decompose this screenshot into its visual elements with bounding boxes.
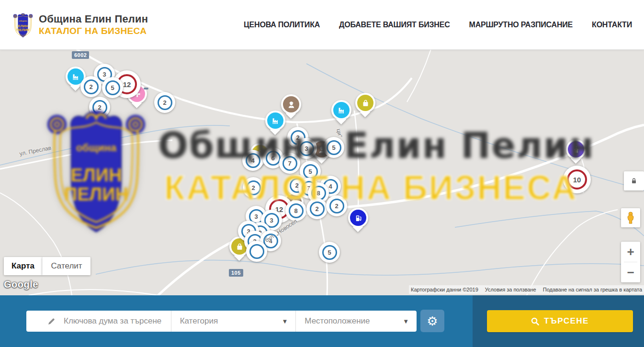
keyword-search-input[interactable] (63, 316, 171, 326)
map-cluster-marker[interactable]: 4 (242, 150, 263, 171)
search-bar-left-panel: Категория ▼ Местоположение ▼ ⚙ (0, 295, 473, 347)
map-cluster-marker[interactable]: 10 (563, 166, 591, 193)
google-map[interactable]: 2321252235467522748128223383345106002105… (0, 49, 644, 295)
map-lock-button[interactable] (624, 171, 644, 190)
map-pin-factory[interactable] (331, 100, 351, 120)
site-subtitle: КАТАЛОГ НА БИЗНЕСА (39, 26, 148, 36)
lock-icon (631, 178, 637, 184)
nav-item-contacts[interactable]: КОНТАКТИ (592, 21, 632, 29)
category-select-value: Категория (180, 316, 218, 326)
search-bar: Категория ▼ Местоположение ▼ ⚙ ТЪРСЕНЕ (0, 295, 644, 347)
map-cluster-marker[interactable]: 2 (89, 97, 110, 118)
map-type-map-button[interactable]: Карта (4, 257, 42, 275)
gear-icon: ⚙ (427, 315, 438, 327)
map-cluster-marker[interactable]: 8 (285, 200, 306, 221)
search-field-group: Категория ▼ Местоположение ▼ (26, 311, 417, 332)
search-button[interactable]: ТЪРСЕНЕ (487, 310, 633, 332)
map-cluster-marker[interactable]: 5 (319, 242, 340, 263)
nav-item-pricing[interactable]: ЦЕНОВА ПОЛИТИКА (244, 21, 320, 29)
advanced-settings-button[interactable]: ⚙ (420, 310, 444, 332)
map-cluster-marker[interactable]: 5 (323, 137, 344, 158)
pencil-icon (47, 317, 56, 325)
terms-link[interactable]: Условия за ползване (485, 287, 536, 292)
search-button-label: ТЪРСЕНЕ (544, 316, 589, 326)
map-cluster-marker[interactable] (246, 241, 267, 262)
svg-text:ЕЛИН: ЕЛИН (18, 24, 28, 28)
map-pin-bag[interactable] (355, 93, 375, 113)
map-cluster-marker[interactable]: 2 (243, 177, 264, 198)
header: община ЕЛИН ПЕЛИН Община Елин Пелин КАТА… (0, 0, 644, 50)
location-select-value: Местоположение (305, 316, 370, 326)
map-pin-fuel[interactable] (348, 208, 368, 228)
map-cluster-marker[interactable]: 2 (326, 195, 347, 216)
map-cluster-marker[interactable]: 3 (296, 138, 317, 159)
google-logo[interactable]: Google (4, 279, 38, 290)
street-view-pegman-button[interactable] (621, 208, 640, 227)
map-markers-layer: 2321252235467522748128223383345106002105… (0, 49, 644, 295)
map-attribution: Картографски данни ©2019 Условия за полз… (409, 285, 644, 294)
chevron-down-icon: ▼ (403, 318, 409, 325)
report-map-error-link[interactable]: Подаване на сигнал за грешка в картата (543, 287, 642, 292)
municipality-coat-of-arms-icon: община ЕЛИН ПЕЛИН (12, 10, 34, 40)
map-cluster-marker[interactable]: 2 (80, 76, 102, 97)
map-cluster-marker[interactable]: 2 (154, 92, 175, 113)
location-select[interactable]: Местоположение ▼ (296, 311, 417, 332)
zoom-control: + − (621, 242, 640, 282)
map-pin-church[interactable] (566, 139, 586, 159)
svg-text:ПЕЛИН: ПЕЛИН (17, 28, 30, 32)
pegman-icon (625, 212, 636, 224)
site-logo[interactable]: община ЕЛИН ПЕЛИН Община Елин Пелин КАТА… (12, 10, 148, 40)
map-type-satellite-button[interactable]: Сателит (42, 257, 90, 275)
map-pin-factory[interactable] (265, 111, 285, 131)
zoom-in-button[interactable]: + (621, 242, 640, 262)
category-select[interactable]: Категория ▼ (171, 311, 296, 332)
nav-item-transport-schedule[interactable]: МАРШРУТНО РАЗПИСАНИЕ (469, 21, 573, 29)
svg-text:община: община (19, 19, 27, 22)
road-number-badge (144, 88, 148, 90)
search-bar-right-panel: ТЪРСЕНЕ (473, 295, 644, 347)
chevron-down-icon: ▼ (282, 318, 288, 325)
nav-item-add-business[interactable]: ДОБАВЕТЕ ВАШИЯТ БИЗНЕС (339, 21, 450, 29)
street-name-label: ул. Преслав (19, 145, 52, 157)
search-icon (531, 317, 539, 325)
map-cluster-marker[interactable]: 7 (279, 153, 300, 174)
map-type-control: Карта Сателит (4, 257, 90, 275)
street-name-label: ци" (335, 128, 343, 138)
map-cluster-marker[interactable]: 5 (102, 77, 123, 98)
site-title: Община Елин Пелин (39, 13, 148, 25)
map-cluster-marker[interactable]: 2 (306, 198, 328, 219)
main-nav: ЦЕНОВА ПОЛИТИКА ДОБАВЕТЕ ВАШИЯТ БИЗНЕС М… (244, 21, 632, 29)
zoom-out-button[interactable]: − (621, 262, 640, 282)
road-number-badge: 105 (229, 269, 243, 277)
road-number-badge: 6002 (72, 51, 89, 59)
map-data-notice: Картографски данни ©2019 (411, 287, 478, 292)
keyword-field (26, 311, 171, 332)
